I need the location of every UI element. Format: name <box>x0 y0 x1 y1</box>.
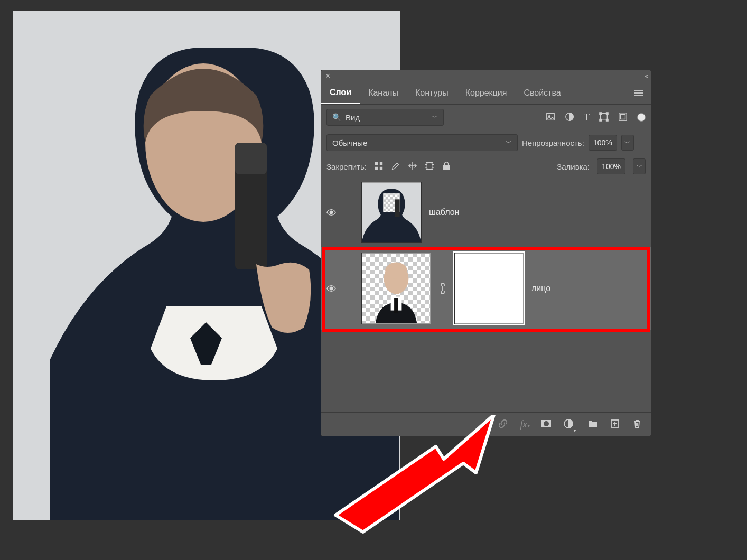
group-icon[interactable] <box>587 418 598 431</box>
svg-rect-11 <box>606 119 609 121</box>
add-mask-icon[interactable] <box>541 418 552 431</box>
svg-rect-13 <box>621 114 625 119</box>
layer-thumbnail[interactable] <box>361 182 422 243</box>
layer-filter-select[interactable]: 🔍 Вид ﹀ <box>326 109 444 126</box>
panel-tabs: Слои Каналы Контуры Коррекция Свойства <box>321 82 651 105</box>
svg-point-20 <box>330 211 332 213</box>
lock-pixels-icon[interactable] <box>374 161 384 172</box>
layers-panel: × « Слои Каналы Контуры Коррекция Свойст… <box>321 70 651 436</box>
lock-all-icon[interactable] <box>442 161 451 172</box>
lock-move-icon[interactable] <box>408 161 417 172</box>
fill-value: 100% <box>602 162 621 171</box>
svg-rect-17 <box>380 166 382 169</box>
blend-row: Обычные ﹀ Непрозрачность: 100% ﹀ <box>321 130 651 155</box>
svg-rect-8 <box>600 112 602 114</box>
filter-label: Вид <box>346 113 360 122</box>
filter-row: 🔍 Вид ﹀ T <box>321 105 651 130</box>
smart-filter-icon[interactable] <box>618 112 628 123</box>
adjust-filter-icon[interactable] <box>565 112 574 123</box>
svg-rect-9 <box>606 112 609 114</box>
opacity-input[interactable]: 100% <box>589 135 617 151</box>
svg-rect-16 <box>375 166 378 169</box>
lock-row: Закрепить: Заливка: 100% ﹀ <box>321 155 651 178</box>
opacity-dropdown[interactable]: ﹀ <box>621 135 634 151</box>
svg-rect-18 <box>426 162 433 169</box>
svg-rect-10 <box>600 119 602 121</box>
fill-dropdown[interactable]: ﹀ <box>633 158 646 174</box>
opacity-value: 100% <box>593 138 612 147</box>
trash-icon[interactable] <box>632 418 642 431</box>
chevron-down-icon: ﹀ <box>432 113 438 122</box>
tab-label: Контуры <box>415 88 449 98</box>
type-filter-icon[interactable]: T <box>584 112 590 123</box>
lock-brush-icon[interactable] <box>391 161 400 172</box>
tab-adjust[interactable]: Коррекция <box>457 82 516 104</box>
svg-rect-19 <box>444 165 450 170</box>
new-layer-icon[interactable] <box>610 418 620 431</box>
layer-name[interactable]: шаблон <box>429 208 459 217</box>
tab-layers[interactable]: Слои <box>321 82 360 104</box>
svg-rect-15 <box>380 162 382 164</box>
tab-paths[interactable]: Контуры <box>407 82 457 104</box>
svg-point-40 <box>544 421 549 426</box>
fx-icon[interactable]: fx▾ <box>520 419 529 430</box>
filter-toggle[interactable] <box>637 113 646 122</box>
svg-rect-3 <box>235 143 267 174</box>
adjustment-layer-icon[interactable]: ▾ <box>563 418 576 431</box>
blend-mode-label: Обычные <box>332 138 367 147</box>
layers-bottom-toolbar: fx▾ ▾ <box>321 412 651 436</box>
panel-menu-icon[interactable] <box>627 82 651 104</box>
svg-rect-4 <box>547 113 554 120</box>
tab-properties[interactable]: Свойства <box>515 82 569 104</box>
visibility-toggle[interactable] <box>326 284 336 293</box>
opacity-label: Непрозрачность: <box>522 138 584 147</box>
panel-titlebar[interactable]: × « <box>321 70 651 82</box>
tab-label: Коррекция <box>465 88 507 98</box>
tab-label: Слои <box>330 88 351 97</box>
layer-row[interactable]: лицо <box>321 247 651 330</box>
lock-label: Закрепить: <box>326 162 367 171</box>
fill-input[interactable]: 100% <box>597 158 625 174</box>
svg-point-34 <box>330 287 332 290</box>
collapse-icon[interactable]: « <box>645 72 647 80</box>
shape-filter-icon[interactable] <box>599 112 609 123</box>
svg-rect-33 <box>395 199 400 217</box>
layers-list: шаблон <box>321 178 651 330</box>
mask-link-icon[interactable] <box>438 282 447 295</box>
svg-rect-38 <box>394 298 398 313</box>
layer-name[interactable]: лицо <box>531 284 550 293</box>
layer-row[interactable]: шаблон <box>321 178 651 247</box>
blend-mode-select[interactable]: Обычные ﹀ <box>326 134 518 151</box>
link-layers-icon[interactable] <box>498 418 508 431</box>
search-icon: 🔍 <box>332 113 341 122</box>
layer-thumbnail[interactable] <box>361 253 431 324</box>
close-icon[interactable]: × <box>325 71 330 81</box>
tab-label: Каналы <box>368 88 398 98</box>
lock-artboard-icon[interactable] <box>425 161 434 172</box>
layer-mask-thumbnail[interactable] <box>454 253 524 324</box>
tab-channels[interactable]: Каналы <box>360 82 407 104</box>
svg-rect-14 <box>375 162 378 164</box>
tab-label: Свойства <box>524 88 561 98</box>
svg-point-36 <box>385 263 407 279</box>
chevron-down-icon: ﹀ <box>506 138 512 147</box>
fill-label: Заливка: <box>557 162 590 171</box>
visibility-toggle[interactable] <box>326 208 336 217</box>
image-filter-icon[interactable] <box>546 112 555 123</box>
